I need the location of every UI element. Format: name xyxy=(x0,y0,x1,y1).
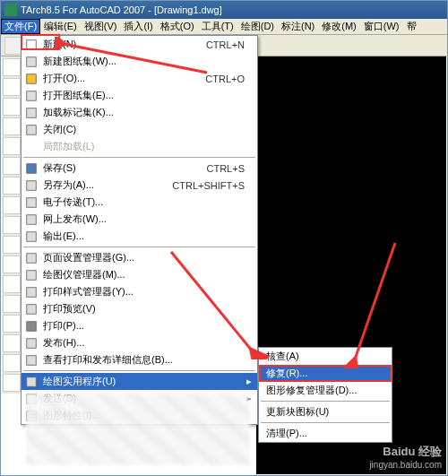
menu-item-shortcut: CTRL+SHIFT+S xyxy=(172,180,245,191)
submenu-item[interactable]: 修复(R)... xyxy=(259,365,392,382)
submenu-item[interactable]: 清理(P)... xyxy=(259,425,392,442)
app-icon xyxy=(4,4,17,16)
menu-dim[interactable]: 标注(N) xyxy=(278,19,318,34)
blurred-region xyxy=(26,394,250,465)
menu-item[interactable]: 另存为(A)...CTRL+SHIFT+S xyxy=(22,177,257,194)
menu-item-label: 打开(O)... xyxy=(43,72,205,85)
svg-rect-16 xyxy=(27,338,37,348)
menu-item[interactable]: 新建(N)...CTRL+N xyxy=(22,36,257,53)
side-tool-button[interactable] xyxy=(3,157,21,175)
svg-rect-9 xyxy=(27,214,37,224)
submenu-item-label: 修复(R)... xyxy=(266,367,307,380)
submenu-item-label: 清理(P)... xyxy=(266,427,307,440)
svg-rect-10 xyxy=(27,231,37,241)
menu-item-label: 页面设置管理器(G)... xyxy=(43,251,245,264)
menu-item-label: 保存(S) xyxy=(43,161,207,175)
etransmit-icon xyxy=(23,195,39,210)
menu-help[interactable]: 帮 xyxy=(403,19,420,34)
menu-item[interactable]: 打开(O)...CTRL+O xyxy=(22,70,257,87)
side-tool-button[interactable] xyxy=(3,58,21,76)
side-tool-button[interactable] xyxy=(3,78,21,96)
side-tool-button[interactable] xyxy=(3,354,21,372)
menu-item-label: 发布(H)... xyxy=(43,336,245,350)
menu-item[interactable]: 打印(P)... xyxy=(22,317,257,334)
menu-item-shortcut: CTRL+S xyxy=(207,163,246,174)
submenu-item-label: 核查(A) xyxy=(266,350,299,363)
menu-item[interactable]: 加载标记集(K)... xyxy=(22,104,257,121)
menu-modify[interactable]: 修改(M) xyxy=(318,19,360,34)
menu-item-label: 加载标记集(K)... xyxy=(43,106,245,119)
side-tool-button[interactable] xyxy=(3,255,21,273)
side-tool-button[interactable] xyxy=(3,177,21,195)
menu-separator xyxy=(23,157,255,158)
menu-tools[interactable]: 工具(T) xyxy=(198,19,237,34)
svg-rect-14 xyxy=(27,304,37,314)
menu-item[interactable]: 关闭(C) xyxy=(22,121,257,138)
menu-item[interactable]: 网上发布(W)... xyxy=(22,211,257,228)
menu-item[interactable]: 发布(H)... xyxy=(22,334,257,351)
menu-item-shortcut: CTRL+O xyxy=(205,74,245,84)
menu-item-label: 打印样式管理器(Y)... xyxy=(43,285,245,299)
menu-window[interactable]: 窗口(W) xyxy=(360,19,403,34)
side-tool-button[interactable] xyxy=(3,216,21,234)
svg-rect-1 xyxy=(27,56,37,66)
menu-item[interactable]: 查看打印和发布详细信息(B)... xyxy=(22,351,257,368)
menu-item-label: 电子传递(T)... xyxy=(43,195,245,209)
side-tool-button[interactable] xyxy=(3,117,21,135)
side-tool-button[interactable] xyxy=(3,137,21,155)
menu-draw[interactable]: 绘图(D) xyxy=(237,19,278,34)
menu-view[interactable]: 视图(V) xyxy=(81,19,121,34)
side-tool-button[interactable] xyxy=(3,236,21,254)
submenu-item-label: 更新块图标(U) xyxy=(266,405,329,419)
menu-item[interactable]: 新建图纸集(W)... xyxy=(22,53,257,70)
menu-item-label: 绘图仪管理器(M)... xyxy=(43,268,245,281)
menu-item[interactable]: 打印样式管理器(Y)... xyxy=(22,283,257,300)
menu-item[interactable]: 打印预览(V) xyxy=(22,300,257,317)
menu-separator xyxy=(261,422,390,423)
menu-item[interactable]: 绘图实用程序(U)▸ xyxy=(22,373,257,390)
submenu-item[interactable]: 图形修复管理器(D)... xyxy=(259,382,392,399)
svg-rect-17 xyxy=(27,355,37,365)
svg-rect-15 xyxy=(27,321,37,331)
svg-rect-3 xyxy=(27,91,37,100)
submenu-item[interactable]: 核查(A) xyxy=(259,348,392,365)
menu-insert[interactable]: 插入(I) xyxy=(120,19,156,34)
open-sheet-icon xyxy=(23,89,39,103)
menu-item[interactable]: 页面设置管理器(G)... xyxy=(22,249,257,266)
side-tool-button[interactable] xyxy=(3,98,21,116)
side-tool-button[interactable] xyxy=(3,295,21,313)
svg-rect-6 xyxy=(27,163,37,173)
menu-item[interactable]: 输出(E)... xyxy=(22,228,257,245)
svg-rect-13 xyxy=(27,287,37,297)
svg-rect-11 xyxy=(27,253,37,263)
preview-icon xyxy=(23,302,39,316)
side-tool-button[interactable] xyxy=(3,334,21,352)
submenu-item[interactable]: 更新块图标(U) xyxy=(259,403,392,420)
title-bar: TArch8.5 For AutoCAD 2007 - [Drawing1.dw… xyxy=(1,1,447,19)
menu-item-label: 新建图纸集(W)... xyxy=(43,55,245,68)
side-tool-button[interactable] xyxy=(3,275,21,293)
menu-item[interactable]: 绘图仪管理器(M)... xyxy=(22,266,257,283)
load-icon xyxy=(23,106,39,120)
new-icon xyxy=(23,38,39,52)
menu-item-shortcut: CTRL+N xyxy=(206,39,245,50)
menu-file[interactable]: 文件(F) xyxy=(1,19,40,34)
menu-edit[interactable]: 编辑(E) xyxy=(40,19,81,34)
side-tool-button[interactable] xyxy=(3,374,21,392)
menu-format[interactable]: 格式(O) xyxy=(157,19,198,34)
menu-item[interactable]: 打开图纸集(E)... xyxy=(22,87,257,104)
side-tool-button[interactable] xyxy=(3,315,21,333)
menu-item[interactable]: 保存(S)CTRL+S xyxy=(22,160,257,177)
style-icon xyxy=(23,285,39,299)
menu-item-label: 打印(P)... xyxy=(43,319,245,333)
menu-item-label: 新建(N)... xyxy=(43,38,206,51)
export-icon xyxy=(23,229,39,244)
print-icon xyxy=(23,319,39,333)
blank-icon xyxy=(23,140,39,154)
side-tool-button[interactable] xyxy=(3,196,21,214)
open-icon xyxy=(23,72,39,86)
tool-button[interactable] xyxy=(4,37,22,55)
sheetset-icon xyxy=(23,55,39,69)
window-title: TArch8.5 For AutoCAD 2007 - [Drawing1.dw… xyxy=(21,1,222,19)
menu-item[interactable]: 电子传递(T)... xyxy=(22,194,257,211)
